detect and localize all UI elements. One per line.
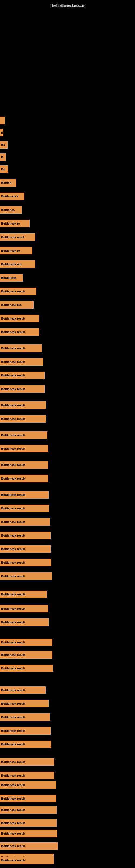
- bar-row: Bottleneck result: [0, 819, 57, 827]
- bar-fill: Bottleneck result: [0, 651, 52, 659]
- bar-row: Bottleneck result: [0, 328, 39, 336]
- bar-row: Bottleneck result: [0, 741, 51, 748]
- bar-row: Bottleneck result: [0, 795, 56, 802]
- bar-fill: Bottleneck result: [0, 431, 47, 439]
- bar-row: Bottleneck result: [0, 532, 51, 539]
- bar-label: Bottleneck result: [1, 797, 25, 800]
- bar-label: Bottleneck result: [1, 760, 25, 764]
- bar-label: Bottleneck: [1, 276, 16, 279]
- bar-fill: Bottleneck result: [0, 727, 51, 735]
- bar-row: Bottleneck resul: [0, 233, 35, 241]
- bar-fill: Bottleneck result: [0, 287, 37, 295]
- bar-fill: Bottleneck result: [0, 315, 39, 322]
- bar-label: Bottleneck result: [1, 743, 25, 746]
- bar-label: Bottleneck result: [1, 463, 25, 467]
- bar-fill: Bottleneck result: [0, 372, 45, 379]
- bar-label: Bottleneck result: [1, 716, 25, 719]
- bar-row: Bottleneck re: [0, 220, 30, 227]
- bar-label: Bottleneck result: [1, 832, 25, 835]
- bar-label: Bottleneck result: [1, 607, 25, 610]
- bar-row: Bottleneck result: [0, 727, 51, 735]
- bar-fill: Bottleneck result: [0, 491, 49, 499]
- bar-row: Bottleneck: [0, 274, 23, 282]
- bar-fill: Bottleneck re: [0, 220, 30, 227]
- bar-label: Bottleneck result: [1, 317, 25, 320]
- bar-label: Bottleneck result: [1, 688, 25, 692]
- bar-row: Bottleneck result: [0, 358, 43, 366]
- bar-fill: Bottleneck result: [0, 830, 57, 837]
- bar-fill: Bottleneck result: [0, 806, 57, 814]
- bar-fill: Bottleneck result: [0, 461, 48, 469]
- site-title: TheBottlenecker.com: [0, 1, 135, 10]
- bar-row: Bottleneck result: [0, 700, 49, 707]
- bar-label: Bottleneck result: [1, 347, 25, 350]
- bar-label: Bottleneck result: [1, 388, 25, 391]
- bar-label: Bottlen: [1, 181, 11, 184]
- bar-fill: Bottleneck result: [0, 518, 50, 526]
- bar-fill: Bottleneck result: [0, 415, 46, 423]
- bar-fill: Bottleneck result: [0, 664, 53, 672]
- bar-label: Bottleneck result: [1, 417, 25, 421]
- bar-label: Bottleneck result: [1, 844, 25, 848]
- bar-row: Bottleneck result: [0, 806, 57, 814]
- bar-row: B: [0, 153, 6, 161]
- bar-label: Bottlenec: [1, 208, 14, 212]
- bar-label: Bottleneck result: [1, 593, 25, 596]
- bar-label: Bottleneck result: [1, 783, 25, 786]
- bar-label: Bottleneck r: [1, 195, 18, 198]
- bar-fill: Bottlen: [0, 179, 16, 187]
- bar-fill: Bottleneck r: [0, 193, 24, 200]
- bar-row: Bottleneck result: [0, 651, 52, 659]
- bar-fill: Bottleneck result: [0, 700, 49, 707]
- bar-row: Bottleneck result: [0, 504, 49, 512]
- bar-fill: Bottleneck result: [0, 758, 54, 766]
- bar-label: Bo: [1, 167, 5, 171]
- bar-row: Bottleneck result: [0, 518, 50, 526]
- bar-fill: Bottleneck result: [0, 618, 49, 626]
- bar-row: B: [0, 129, 3, 136]
- bar-row: Bottlen: [0, 179, 16, 187]
- bar-row: Bottlenec: [0, 206, 21, 214]
- bar-fill: Bottleneck re: [0, 247, 32, 254]
- bar-fill: Bottleneck result: [0, 475, 48, 482]
- bar-row: Bottleneck result: [0, 781, 56, 789]
- bar-row: Bo: [0, 141, 8, 149]
- bar-row: Bottleneck result: [0, 572, 52, 580]
- bar-label: Bottleneck result: [1, 447, 25, 450]
- bar-fill: Bottleneck res: [0, 301, 34, 309]
- bar-row: Bottleneck result: [0, 618, 49, 626]
- bar-fill: Bottleneck result: [0, 572, 52, 580]
- bar-label: B: [1, 131, 3, 134]
- bar-fill: Bottleneck result: [0, 819, 57, 827]
- bar-label: Bottleneck result: [1, 360, 25, 364]
- bar-label: Bottleneck result: [1, 859, 25, 862]
- bar-label: Bottleneck resul: [1, 236, 24, 239]
- bar-fill: Bottleneck result: [0, 781, 56, 789]
- bar-label: Bottleneck result: [1, 477, 25, 480]
- bar-fill: Bottleneck result: [0, 401, 46, 409]
- bar-fill: Bottleneck result: [0, 504, 49, 512]
- bar-label: Bottleneck result: [1, 507, 25, 510]
- bar-fill: Bottleneck result: [0, 385, 45, 393]
- bar-fill: Bottleneck result: [0, 559, 51, 566]
- bar-label: Bottleneck result: [1, 404, 25, 407]
- bar-label: Bottleneck result: [1, 575, 25, 578]
- bar-fill: Bo: [0, 165, 8, 173]
- bar-label: Bottleneck result: [1, 433, 25, 437]
- bar-row: Bottleneck result: [0, 713, 50, 721]
- bar-fill: Bottleneck result: [0, 590, 47, 598]
- bar-row: Bottleneck result: [0, 415, 46, 423]
- bar-fill: Bo: [0, 141, 8, 149]
- bar-label: Bottleneck res: [1, 262, 21, 266]
- bar-fill: [0, 117, 5, 124]
- bar-fill: Bottleneck result: [0, 545, 51, 553]
- bar-fill: Bottleneck result: [0, 344, 42, 352]
- bar-label: Bottleneck result: [1, 641, 25, 644]
- bar-fill: Bottlenec: [0, 206, 21, 214]
- bar-label: Bottleneck result: [1, 493, 25, 496]
- bar-row: Bottleneck r: [0, 193, 24, 200]
- bar-row: Bottleneck result: [0, 686, 46, 694]
- bar-fill: Bottleneck res: [0, 260, 35, 268]
- bar-row: Bottleneck result: [0, 385, 45, 393]
- bar-row: Bottleneck result: [0, 344, 42, 352]
